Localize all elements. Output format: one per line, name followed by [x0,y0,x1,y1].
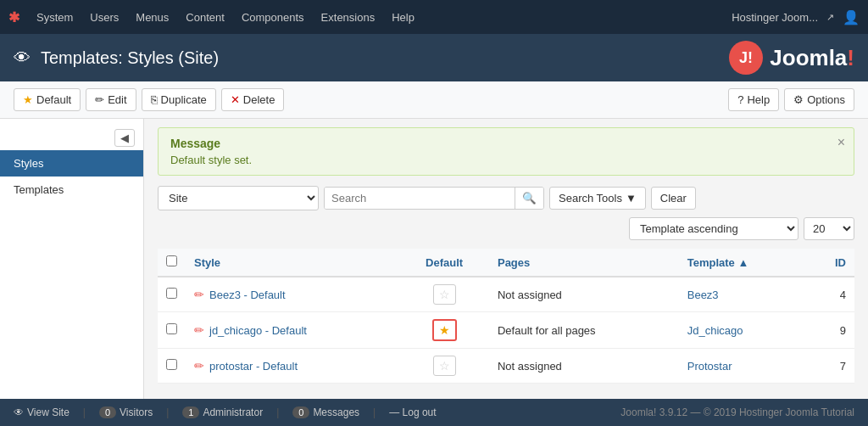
sidebar-templates-label: Templates [14,183,64,196]
row-checkbox-cell [158,312,186,349]
nav-content[interactable]: Content [179,8,231,27]
style-link[interactable]: ✏ protostar - Default [194,359,391,373]
id-column-header[interactable]: ID [809,249,855,277]
default-cell: ☆ [399,277,489,312]
external-link-icon: ↗ [826,12,834,23]
select-all-checkbox[interactable] [166,255,177,266]
pages-cell: Default for all pages [489,312,679,349]
eye-icon: 👁 [14,48,31,68]
edit-label: Edit [108,93,126,106]
default-cell: ☆ [399,349,489,384]
user-icon[interactable]: 👤 [843,9,860,25]
content-area: Message Default style set. × Site 🔍 Sear… [144,119,868,399]
hostinger-user[interactable]: Hostinger Joom... [732,11,818,24]
edit-icon: ✏ [95,93,104,106]
default-star-active-button[interactable]: ★ [432,319,457,341]
row-checkbox-cell [158,277,186,312]
default-button[interactable]: ★ Default [14,88,81,111]
sort-select[interactable]: Template ascending [629,217,798,240]
template-link[interactable]: Beez3 [687,289,719,301]
delete-button[interactable]: ✕ Delete [221,88,285,111]
style-column-header[interactable]: Style [186,249,399,277]
star-icon: ★ [23,93,33,106]
view-site-icon: 👁 [14,406,24,418]
style-edit-icon: ✏ [194,359,204,373]
view-site-label: View Site [27,406,70,418]
style-edit-icon: ✏ [194,323,204,337]
options-gear-icon: ⚙ [793,93,804,106]
template-cell: Jd_chicago [679,312,809,349]
help-button[interactable]: ? Help [728,88,779,111]
style-cell: ✏ Beez3 - Default [186,277,399,312]
administrator-link[interactable]: 1 Administrator [182,406,263,418]
duplicate-button[interactable]: ⎘ Duplicate [142,88,216,111]
joomla-logo: J! Joomla! [727,39,854,76]
joomla-brand-text: Joomla! [770,45,854,71]
search-input[interactable] [325,188,515,209]
messages-label: Messages [313,406,359,418]
sidebar-item-templates[interactable]: Templates [0,177,143,203]
duplicate-label: Duplicate [161,93,207,106]
style-cell: ✏ jd_chicago - Default [186,312,399,349]
style-link[interactable]: ✏ jd_chicago - Default [194,323,391,337]
sidebar-item-styles[interactable]: Styles [0,150,143,177]
view-site-link[interactable]: 👁 View Site [14,406,70,418]
svg-text:J!: J! [739,49,753,66]
administrator-badge: 1 [182,406,199,418]
template-link[interactable]: Jd_chicago [687,324,743,337]
footer: 👁 View Site | 0 Visitors | 1 Administrat… [0,399,868,426]
visitors-label: Visitors [120,406,153,418]
template-cell: Beez3 [679,277,809,312]
nav-system[interactable]: System [30,8,80,27]
checkbox-header [158,249,186,277]
message-close-button[interactable]: × [837,135,845,150]
logout-link[interactable]: — Log out [389,406,436,418]
page-title: Templates: Styles (Site) [41,48,727,68]
default-star-button[interactable]: ☆ [433,284,456,305]
administrator-label: Administrator [203,406,263,418]
options-button[interactable]: ⚙ Options [784,88,854,111]
template-link[interactable]: Protostar [687,360,732,373]
search-submit-button[interactable]: 🔍 [515,188,543,209]
sidebar-back-button[interactable]: ◀ [114,129,135,147]
help-label: Help [747,93,770,106]
search-tools-button[interactable]: Search Tools ▼ [549,187,646,210]
visitors-badge: 0 [99,406,116,418]
visitors-link[interactable]: 0 Visitors [99,406,153,418]
template-column-header[interactable]: Template ▲ [679,249,809,277]
id-cell: 9 [809,312,855,349]
table-row: ✏ protostar - Default ☆ Not assigned Pro… [158,349,854,384]
nav-users[interactable]: Users [83,8,125,27]
clear-button[interactable]: Clear [651,187,696,210]
messages-link[interactable]: 0 Messages [292,406,359,418]
nav-components[interactable]: Components [235,8,311,27]
message-title: Message [170,137,842,150]
table-header-row: Style Default Pages Template ▲ ID [158,249,854,277]
filter-row: Site 🔍 Search Tools ▼ Clear [158,186,854,210]
footer-sep4: | [373,406,376,418]
style-link[interactable]: ✏ Beez3 - Default [194,288,391,301]
site-filter-select[interactable]: Site [158,186,319,210]
page-size-select[interactable]: 20 [804,217,854,240]
row-checkbox[interactable] [166,323,177,334]
default-cell: ★ [399,312,489,349]
default-star-button[interactable]: ☆ [433,356,456,376]
footer-version: Joomla! 3.9.12 — © 2019 Hostinger Joomla… [620,406,854,418]
styles-table: Style Default Pages Template ▲ ID [158,249,854,384]
default-label: Default [36,93,71,106]
delete-label: Delete [243,93,275,106]
row-checkbox[interactable] [166,288,177,299]
footer-version-text: Joomla! 3.9.12 — © 2019 Hostinger Joomla… [620,406,854,418]
style-cell: ✏ protostar - Default [186,349,399,384]
joomla-svg-icon: J! [727,39,765,76]
pages-column-header[interactable]: Pages [489,249,679,277]
row-checkbox[interactable] [166,359,177,370]
delete-icon: ✕ [231,93,240,106]
nav-extensions[interactable]: Extensions [314,8,382,27]
edit-button[interactable]: ✏ Edit [86,88,136,111]
nav-help[interactable]: Help [385,8,421,27]
row-checkbox-cell [158,349,186,384]
nav-menus[interactable]: Menus [129,8,175,27]
default-column-header[interactable]: Default [399,249,489,277]
message-box: Message Default style set. × [158,127,854,176]
